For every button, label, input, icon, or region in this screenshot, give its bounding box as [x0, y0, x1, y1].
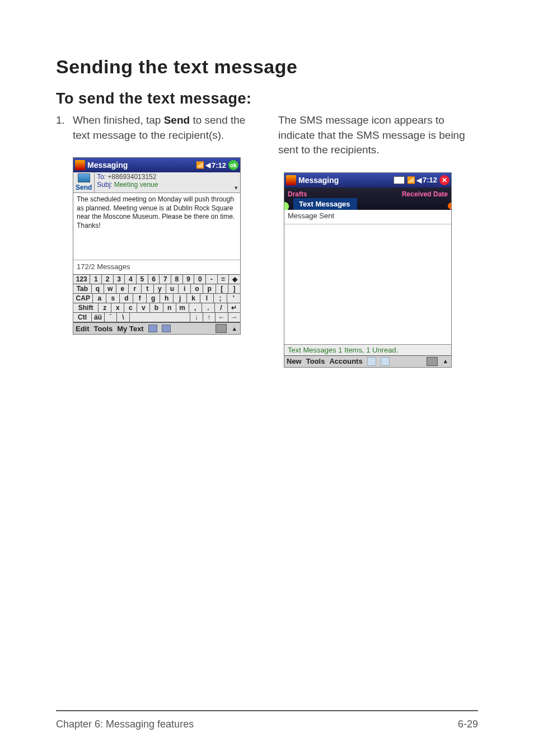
keyboard-toggle-icon-2[interactable] [427, 357, 438, 366]
speaker-icon-2: ◀ [416, 176, 421, 184]
compose-header: Send To: +886934013152 Subj: Meeting ven… [73, 172, 240, 193]
key-y[interactable]: y [154, 284, 166, 293]
menu-edit[interactable]: Edit [76, 325, 90, 333]
key-f[interactable]: f [133, 294, 147, 303]
key-9[interactable]: 9 [183, 275, 195, 284]
key-v[interactable]: v [137, 303, 150, 312]
key-o[interactable]: o [191, 284, 203, 293]
key-s[interactable]: s [106, 294, 120, 303]
step-number: 1. [56, 113, 67, 143]
key-g[interactable]: g [147, 294, 160, 303]
key-left[interactable]: ← [216, 313, 228, 322]
key-ctl[interactable]: Ctl [73, 313, 92, 322]
clock-label: 7:12 [212, 161, 226, 170]
message-body[interactable]: The scheduled meeting on Monday will pus… [73, 193, 240, 260]
to-label: To: [97, 173, 106, 181]
key-backspace[interactable]: ◆ [229, 275, 240, 284]
key-z[interactable]: z [99, 303, 111, 312]
step-text: When finished, tap Send to send the text… [73, 113, 256, 143]
key-5[interactable]: 5 [137, 275, 148, 284]
ok-button[interactable]: ok [228, 160, 238, 170]
key-k[interactable]: k [187, 294, 200, 303]
clock-label-2: 7:12 [423, 176, 437, 184]
key-4[interactable]: 4 [125, 275, 137, 284]
key-h[interactable]: h [160, 294, 174, 303]
menu-new[interactable]: New [287, 357, 302, 365]
sendrecv-icon[interactable] [381, 357, 390, 366]
key-right[interactable]: → [228, 313, 240, 322]
key-rbracket[interactable]: ] [228, 284, 240, 293]
menu-accounts[interactable]: Accounts [329, 357, 362, 365]
key-space[interactable] [130, 313, 190, 322]
record-icon[interactable] [162, 325, 171, 332]
list-item[interactable]: Message Sent [284, 210, 451, 222]
key-cap[interactable]: CAP [73, 294, 93, 303]
list-divider [284, 224, 451, 224]
to-value[interactable]: +886934013152 [107, 173, 156, 181]
key-0[interactable]: 0 [194, 275, 206, 284]
attach-icon[interactable] [148, 325, 157, 332]
key-shift[interactable]: Shift [73, 303, 99, 312]
key-p[interactable]: p [203, 284, 216, 293]
key-semicolon[interactable]: ; [214, 294, 227, 303]
sort-label[interactable]: Received Date [402, 190, 448, 198]
key-b[interactable]: b [150, 303, 163, 312]
expand-chevron-icon[interactable]: ▾ [232, 172, 240, 192]
key-7[interactable]: 7 [160, 275, 171, 284]
key-1[interactable]: 1 [90, 275, 102, 284]
sip-arrow-icon-2[interactable]: ▴ [442, 358, 449, 365]
key-l[interactable]: l [200, 294, 214, 303]
key-a[interactable]: a [93, 294, 106, 303]
section-title: To send the text message: [56, 90, 478, 107]
menu-mytext[interactable]: My Text [117, 325, 143, 333]
signal-icon-2: 📶 [407, 176, 415, 184]
key-accent[interactable]: áü [92, 313, 104, 322]
key-n[interactable]: n [163, 303, 176, 312]
folder-tab[interactable]: Text Messages [293, 198, 357, 210]
key-tab[interactable]: Tab [73, 284, 92, 293]
key-2[interactable]: 2 [102, 275, 114, 284]
subj-value[interactable]: Meeting venue [114, 181, 158, 189]
key-d[interactable]: d [120, 294, 133, 303]
key-comma[interactable]: , [189, 303, 202, 312]
key-w[interactable]: w [104, 284, 116, 293]
key-up[interactable]: ↑ [203, 313, 216, 322]
key-j[interactable]: j [174, 294, 187, 303]
key-down[interactable]: ↓ [190, 313, 203, 322]
key-123[interactable]: 123 [73, 275, 90, 284]
key-r[interactable]: r [129, 284, 141, 293]
footer-page: 6-29 [458, 719, 478, 730]
key-lbracket[interactable]: [ [216, 284, 228, 293]
key-period[interactable]: . [202, 303, 215, 312]
key-backtick[interactable]: ` [105, 313, 117, 322]
sip-arrow-icon[interactable]: ▴ [231, 325, 238, 332]
key-8[interactable]: 8 [171, 275, 183, 284]
key-3[interactable]: 3 [114, 275, 125, 284]
folder-drafts-label[interactable]: Drafts [288, 190, 307, 198]
close-button[interactable]: ✕ [439, 175, 449, 185]
status-line: Text Messages 1 Items, 1 Unread. [284, 344, 451, 355]
key-e[interactable]: e [116, 284, 129, 293]
key-slash[interactable]: / [215, 303, 228, 312]
subj-label: Subj: [97, 181, 112, 189]
menu-tools[interactable]: Tools [94, 325, 113, 333]
key-m[interactable]: m [176, 303, 189, 312]
soft-keyboard[interactable]: 123 1 2 3 4 5 6 7 8 9 0 - = ◆ [73, 275, 240, 322]
connect-icon[interactable] [367, 357, 376, 366]
key-minus[interactable]: - [206, 275, 218, 284]
key-6[interactable]: 6 [148, 275, 160, 284]
keyboard-toggle-icon[interactable] [216, 324, 227, 333]
key-t[interactable]: t [142, 284, 154, 293]
menu-tools-2[interactable]: Tools [306, 357, 325, 365]
key-c[interactable]: c [124, 303, 137, 312]
key-u[interactable]: u [166, 284, 179, 293]
key-equals[interactable]: = [218, 275, 229, 284]
key-i[interactable]: i [179, 284, 191, 293]
send-button[interactable]: Send [76, 184, 92, 191]
key-enter[interactable]: ↵ [228, 303, 240, 312]
key-q[interactable]: q [92, 284, 104, 293]
key-backslash[interactable]: \ [117, 313, 129, 322]
key-x[interactable]: x [111, 303, 124, 312]
right-paragraph: The SMS message icon appears to indicate… [278, 113, 478, 158]
key-apostrophe[interactable]: ' [227, 294, 240, 303]
